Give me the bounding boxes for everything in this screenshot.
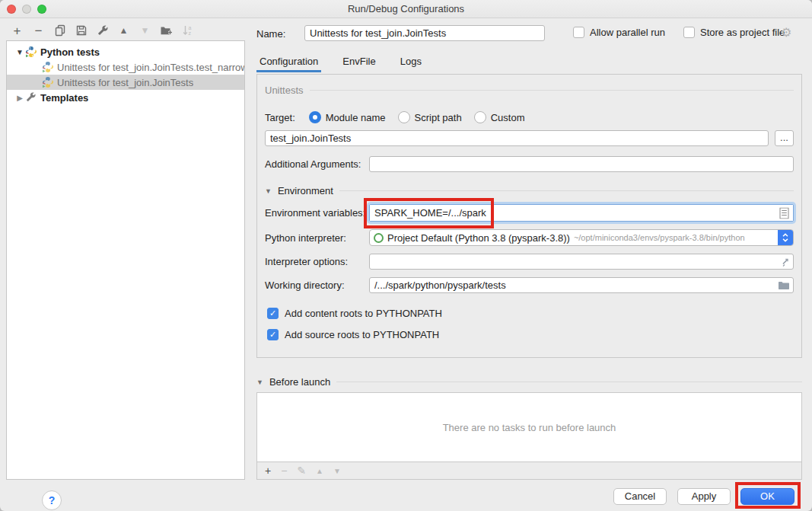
ok-button[interactable]: OK	[740, 488, 794, 505]
add-source-roots-label: Add source roots to PYTHONPATH	[285, 329, 439, 340]
additional-arguments-input[interactable]	[369, 156, 794, 172]
browse-folder-icon[interactable]	[778, 280, 790, 290]
sort-configurations-icon: az	[181, 24, 194, 37]
tree-item-label: Unittests for test_join.JoinTests	[57, 77, 193, 88]
python-interpreter-label: Python interpreter:	[265, 232, 369, 244]
radio-module-name[interactable]: Module name	[309, 111, 386, 123]
save-configuration-icon[interactable]	[75, 24, 88, 37]
python-test-configuration-icon	[42, 76, 54, 88]
conda-environment-icon	[374, 233, 384, 243]
allow-parallel-run-label: Allow parallel run	[590, 27, 665, 38]
combo-stepper-icon[interactable]	[778, 229, 793, 246]
cancel-button[interactable]: Cancel	[613, 488, 667, 505]
expand-field-icon[interactable]	[780, 257, 790, 267]
target-row: Target: Module name Script path Custom	[265, 111, 794, 123]
tree-item-templates[interactable]: ▶ Templates	[7, 90, 244, 105]
add-configuration-icon[interactable]: +	[11, 24, 24, 37]
tab-envfile[interactable]: EnvFile	[339, 52, 378, 72]
move-task-up-icon: ▲	[316, 467, 323, 475]
radio-script-path-label: Script path	[415, 112, 462, 123]
store-as-project-file-row: Store as project file	[683, 27, 785, 38]
store-options-gear-icon[interactable]: ⚙	[781, 25, 791, 40]
tree-item-label: Templates	[40, 92, 88, 104]
move-task-down-icon: ▼	[333, 467, 341, 475]
unittests-section-title: Unittests	[265, 85, 304, 96]
svg-text:a: a	[188, 25, 191, 30]
add-content-roots-checkbox[interactable]: ✓	[267, 308, 279, 319]
run-debug-configurations-dialog: Run/Debug Configurations + − ▲ ▼ az ▼ Py	[0, 0, 812, 511]
environment-variables-row: Environment variables:	[265, 204, 794, 222]
environment-variables-field	[369, 204, 794, 222]
collapse-arrow-icon[interactable]: ▼	[256, 378, 263, 386]
edit-variables-list-icon[interactable]	[779, 207, 789, 219]
additional-arguments-row: Additional Arguments:	[265, 156, 794, 172]
edit-templates-icon[interactable]	[96, 24, 109, 37]
interpreter-options-row: Interpreter options:	[265, 254, 794, 270]
store-as-project-file-label: Store as project file	[700, 27, 785, 38]
before-launch-section-title: Before launch	[269, 376, 330, 388]
radio-unselected-icon[interactable]	[398, 111, 410, 123]
radio-unselected-icon[interactable]	[474, 111, 486, 123]
allow-parallel-run-checkbox[interactable]	[573, 27, 584, 38]
remove-configuration-icon[interactable]: −	[32, 24, 45, 37]
tree-item-label: Unittests for test_join.JoinTests.test_n…	[57, 62, 244, 73]
before-launch-task-list: There are no tasks to run before launch	[256, 392, 802, 462]
tab-logs[interactable]: Logs	[397, 52, 425, 72]
new-folder-icon[interactable]	[160, 24, 173, 37]
move-up-icon[interactable]: ▲	[117, 24, 130, 37]
help-button[interactable]: ?	[42, 490, 62, 510]
name-input[interactable]	[304, 25, 545, 41]
title-bar: Run/Debug Configurations	[0, 0, 812, 18]
radio-selected-icon[interactable]	[309, 111, 321, 123]
before-launch-section-header[interactable]: ▼ Before launch	[256, 376, 802, 388]
name-label: Name:	[256, 28, 285, 40]
unittests-section-header: Unittests	[265, 85, 794, 96]
tree-item-unittests-test-narrow[interactable]: Unittests for test_join.JoinTests.test_n…	[7, 59, 244, 75]
environment-variables-label: Environment variables:	[265, 207, 369, 219]
browse-target-button[interactable]: ...	[775, 130, 794, 146]
add-content-roots-row[interactable]: ✓ Add content roots to PYTHONPATH	[267, 308, 794, 319]
section-divider	[339, 190, 794, 191]
configuration-tabs: Configuration EnvFile Logs	[256, 52, 443, 72]
radio-script-path[interactable]: Script path	[398, 111, 462, 123]
working-directory-label: Working directory:	[265, 279, 369, 291]
interpreter-path: ~/opt/miniconda3/envs/pyspark-3.8/bin/py…	[574, 233, 778, 242]
add-source-roots-checkbox[interactable]: ✓	[267, 329, 279, 340]
apply-button[interactable]: Apply	[677, 488, 731, 505]
environment-section-title: Environment	[278, 185, 333, 196]
section-divider	[310, 90, 794, 91]
tree-item-unittests-jointests-selected[interactable]: Unittests for test_join.JoinTests	[7, 75, 244, 90]
interpreter-options-input[interactable]	[369, 254, 794, 270]
unittests-group: Unittests Target: Module name Script pat…	[256, 74, 802, 358]
section-divider	[336, 382, 802, 382]
store-as-project-file-checkbox[interactable]	[683, 27, 695, 38]
window-title: Run/Debug Configurations	[0, 3, 812, 14]
tree-item-python-tests[interactable]: ▼ Python tests	[7, 44, 244, 59]
python-tests-icon	[25, 46, 37, 58]
radio-custom-label: Custom	[491, 112, 525, 123]
tab-configuration[interactable]: Configuration	[256, 52, 321, 72]
chevron-down-icon[interactable]: ▼	[14, 48, 25, 56]
target-label: Target:	[265, 112, 295, 123]
add-source-roots-row[interactable]: ✓ Add source roots to PYTHONPATH	[267, 329, 794, 340]
collapse-arrow-icon[interactable]: ▼	[265, 187, 272, 195]
radio-module-name-label: Module name	[326, 112, 386, 123]
chevron-right-icon[interactable]: ▶	[14, 94, 25, 102]
add-task-icon[interactable]: +	[265, 465, 271, 477]
allow-parallel-run-row: Allow parallel run	[573, 27, 665, 38]
additional-arguments-label: Additional Arguments:	[265, 158, 369, 170]
svg-text:z: z	[188, 30, 191, 36]
before-launch-toolbar: + − ✎ ▲ ▼	[256, 462, 802, 480]
python-test-configuration-icon	[42, 61, 54, 73]
add-content-roots-label: Add content roots to PYTHONPATH	[285, 308, 442, 319]
working-directory-input[interactable]	[369, 277, 794, 293]
python-interpreter-select[interactable]: Project Default (Python 3.8 (pyspark-3.8…	[369, 229, 794, 246]
tree-item-label: Python tests	[40, 46, 100, 58]
working-directory-row: Working directory:	[265, 277, 794, 293]
environment-variables-input[interactable]	[370, 205, 793, 221]
copy-configuration-icon[interactable]	[53, 24, 66, 37]
templates-wrench-icon	[25, 91, 37, 104]
environment-section-header[interactable]: ▼ Environment	[265, 185, 794, 196]
radio-custom[interactable]: Custom	[474, 111, 525, 123]
target-input[interactable]	[265, 130, 769, 146]
